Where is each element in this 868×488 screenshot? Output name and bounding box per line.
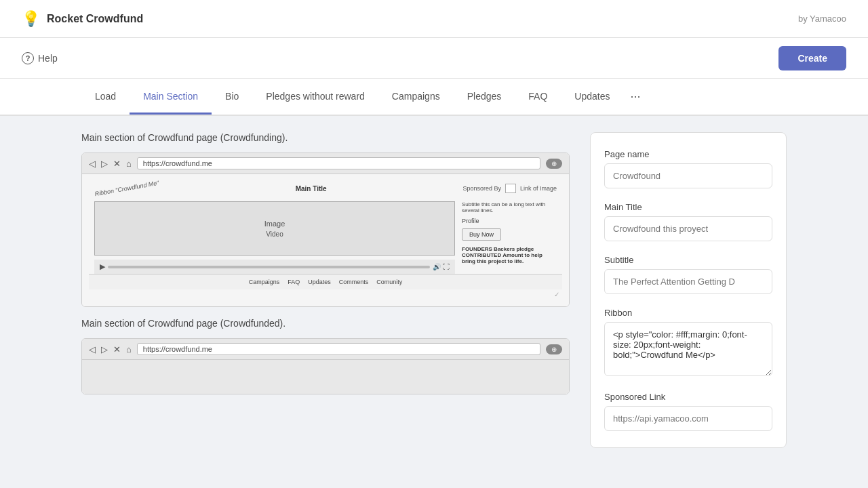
tab-pledges-without-reward[interactable]: Pledges without reward: [252, 80, 378, 115]
browser-zoom: ⊕: [546, 159, 562, 169]
mockup-buy-now: Buy Now: [462, 228, 501, 241]
mockup-body: Image Video ▶ 🔊 ⛶ Subtitle this can be a…: [89, 201, 562, 274]
mockup-top-row: Ribbon "Crowdfund Me" Main Title Sponsor…: [89, 181, 562, 196]
mockup-image-area: Image Video ▶ 🔊 ⛶: [94, 201, 455, 274]
section-label-2: Main section of Crowdfund page (Crowdfun…: [81, 318, 570, 329]
mockup-nav-bar: Campaigns FAQ Updates Comments Comunity: [89, 274, 562, 289]
mockup-subtitle: Subtitle this can be a long text with se…: [462, 201, 557, 214]
browser-back-icon[interactable]: ◁: [89, 159, 96, 169]
logo: 💡 Rocket Crowdfund: [22, 10, 143, 28]
mockup-image-label: Image: [264, 220, 285, 228]
section-label-1: Main section of Crowdfund page (Crowdfun…: [81, 132, 570, 143]
mockup-nav-faq: FAQ: [288, 279, 300, 285]
by-text: by Yamacoo: [798, 14, 846, 24]
mockup-video-label: Video: [266, 230, 283, 238]
main-title-input[interactable]: [604, 216, 772, 241]
mockup-nav-campaigns: Campaigns: [249, 279, 280, 285]
left-panel: Main section of Crowdfund page (Crowdfun…: [81, 132, 590, 466]
help-link[interactable]: ? Help: [22, 52, 58, 64]
create-button[interactable]: Create: [778, 46, 846, 70]
sponsored-link-label: Sponsored Link: [604, 392, 772, 402]
sponsored-link-input[interactable]: [604, 406, 772, 431]
tab-load[interactable]: Load: [81, 80, 130, 115]
header: 💡 Rocket Crowdfund by Yamacoo: [0, 0, 868, 38]
mockup-founders: FOUNDERS Backers pledge CONTRIBUTED Amou…: [462, 246, 557, 264]
ribbon-field: Ribbon: [604, 308, 772, 378]
tab-bio[interactable]: Bio: [212, 80, 252, 115]
logo-icon: 💡: [22, 10, 40, 28]
browser-content-1: Ribbon "Crowdfund Me" Main Title Sponsor…: [82, 174, 569, 306]
browser-mockup-2: ◁ ▷ ✕ ⌂ https://crowdfund.me ⊕: [81, 338, 570, 394]
subtitle-label: Subtitle: [604, 255, 772, 265]
browser2-zoom: ⊕: [546, 344, 562, 354]
main-title-field: Main Title: [604, 202, 772, 241]
mockup-sponsored-label: Sponsored By: [462, 185, 501, 192]
help-label: Help: [38, 53, 58, 64]
logo-text: Rocket Crowdfund: [47, 13, 143, 25]
mockup-ribbon-label: Ribbon "Crowdfund Me": [94, 180, 159, 198]
subtitle-input[interactable]: [604, 269, 772, 294]
mockup-play-icon: ▶: [100, 262, 105, 271]
mockup-link-of-image: Link of Image: [520, 185, 557, 192]
mockup-progress-bar: [108, 266, 430, 268]
page-name-input[interactable]: [604, 163, 772, 188]
right-panel: Page name Main Title Subtitle Ribbon Spo…: [590, 132, 787, 448]
browser-home-icon[interactable]: ⌂: [126, 159, 132, 169]
browser-mockup-1: ◁ ▷ ✕ ⌂ https://crowdfund.me ⊕ Ribbon "C…: [81, 152, 570, 307]
browser-url-input[interactable]: https://crowdfund.me: [137, 157, 540, 169]
ribbon-textarea[interactable]: [604, 322, 772, 376]
mockup-profile: Profile: [462, 218, 557, 224]
sub-header: ? Help Create: [0, 38, 868, 79]
browser-close-icon[interactable]: ✕: [113, 159, 121, 169]
tabs-more-button[interactable]: ···: [623, 79, 647, 115]
tab-updates[interactable]: Updates: [561, 80, 623, 115]
mockup-right-panel: Subtitle this can be a long text with se…: [462, 201, 557, 274]
mockup-nav-updates: Updates: [308, 279, 331, 285]
main-title-label: Main Title: [604, 202, 772, 212]
sponsored-link-field: Sponsored Link: [604, 392, 772, 431]
browser2-forward-icon[interactable]: ▷: [101, 344, 108, 354]
browser2-home-icon[interactable]: ⌂: [126, 344, 132, 354]
tab-main-section[interactable]: Main Section: [130, 80, 212, 115]
mockup-corner: ✓: [89, 289, 562, 300]
tab-faq[interactable]: FAQ: [515, 80, 561, 115]
browser2-back-icon[interactable]: ◁: [89, 344, 96, 354]
browser-forward-icon[interactable]: ▷: [101, 159, 108, 169]
help-circle-icon: ?: [22, 52, 34, 64]
browser2-close-icon[interactable]: ✕: [113, 344, 121, 354]
page-name-field: Page name: [604, 149, 772, 188]
mockup-nav-comunity: Comunity: [376, 279, 402, 285]
browser-bar-1: ◁ ▷ ✕ ⌂ https://crowdfund.me ⊕: [82, 153, 569, 174]
tab-pledges[interactable]: Pledges: [454, 80, 515, 115]
page-name-label: Page name: [604, 149, 772, 159]
ribbon-label: Ribbon: [604, 308, 772, 318]
tabs-bar: Load Main Section Bio Pledges without re…: [0, 79, 868, 116]
mockup-image-box: Image Video: [94, 201, 455, 256]
mockup-nav-comments: Comments: [339, 279, 369, 285]
browser-bar-2: ◁ ▷ ✕ ⌂ https://crowdfund.me ⊕: [82, 339, 569, 360]
main-content: Main section of Crowdfund page (Crowdfun…: [0, 116, 868, 482]
mockup-volume-icon: 🔊 ⛶: [433, 263, 450, 270]
mockup-sponsored: Sponsored By Link of Image: [462, 184, 557, 193]
browser2-url-input[interactable]: https://crowdfund.me: [137, 343, 540, 355]
browser-content-2: [82, 360, 569, 394]
tab-campaigns[interactable]: Campaigns: [378, 80, 454, 115]
subtitle-field: Subtitle: [604, 255, 772, 294]
mockup-main-title: Main Title: [296, 185, 327, 192]
mockup-sponsored-box: [505, 184, 516, 193]
mockup-video-bar: ▶ 🔊 ⛶: [94, 260, 455, 274]
